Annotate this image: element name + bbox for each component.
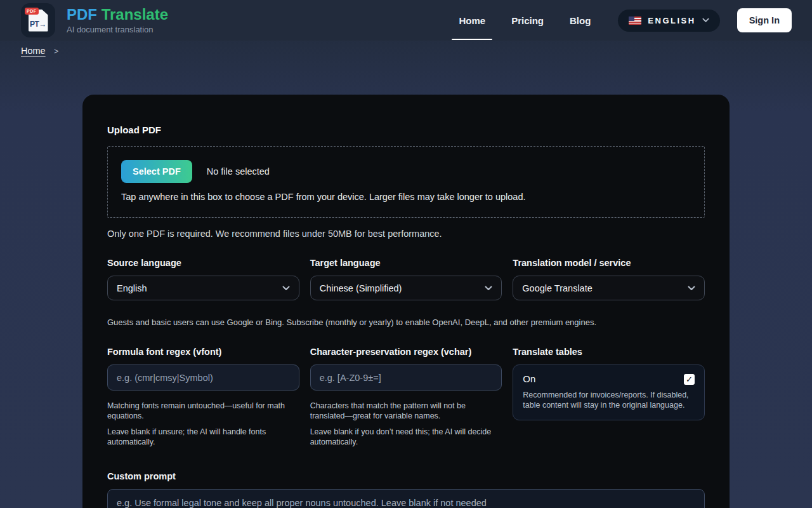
language-settings-row: Source language English Target language … [107, 258, 705, 300]
sign-in-button[interactable]: Sign In [737, 8, 792, 32]
custom-prompt-label: Custom prompt [107, 471, 705, 481]
source-language-value: English [117, 283, 147, 293]
translation-model-select[interactable]: Google Translate [513, 276, 705, 300]
nav-home[interactable]: Home [459, 0, 485, 41]
advanced-options-row: Formula font regex (vfont) Matching font… [107, 347, 705, 447]
translate-tables-card[interactable]: On Recommended for invoices/reports. If … [513, 364, 705, 420]
vchar-field: Character-preservation regex (vchar) Cha… [310, 347, 502, 447]
source-language-field: Source language English [107, 258, 299, 300]
breadcrumb-home-link[interactable]: Home [21, 46, 46, 56]
translation-model-field: Translation model / service Google Trans… [513, 258, 705, 300]
translate-tables-checkbox[interactable] [684, 374, 695, 385]
app-logo: PT→ PDF [21, 3, 55, 37]
top-bar: PT→ PDF PDF Translate AI document transl… [0, 0, 812, 41]
dropzone-hint: Tap anywhere in this box to choose a PDF… [121, 192, 691, 202]
app-title: PDF Translate [67, 6, 168, 23]
brand-text: PDF Translate AI document translation [67, 6, 168, 34]
target-language-label: Target language [310, 258, 502, 268]
chevron-down-icon [702, 18, 709, 23]
pdf-badge: PDF [25, 8, 39, 15]
language-switcher-button[interactable]: ENGLISH [618, 10, 719, 32]
upload-note: Only one PDF is required. We recommend f… [107, 229, 705, 239]
language-label: ENGLISH [648, 16, 695, 25]
target-language-select[interactable]: Chinese (Simplified) [310, 276, 502, 300]
header-nav-area: Home Pricing Blog ENGLISH Sign In [459, 0, 792, 41]
main-nav: Home Pricing Blog [459, 0, 591, 41]
upload-section: Upload PDF Select PDF No file selected T… [107, 124, 705, 239]
app-title-pdf: PDF [67, 6, 97, 23]
vfont-input[interactable] [107, 364, 299, 391]
vfont-help-2: Leave blank if unsure; the AI will handl… [107, 427, 299, 447]
select-pdf-button[interactable]: Select PDF [121, 160, 192, 183]
vfont-field: Formula font regex (vfont) Matching font… [107, 347, 299, 447]
selected-file-status: No file selected [207, 166, 270, 177]
engines-note: Guests and basic users can use Google or… [107, 318, 705, 327]
target-language-value: Chinese (Simplified) [320, 283, 402, 293]
vfont-label: Formula font regex (vfont) [107, 347, 299, 357]
breadcrumb-separator: > [54, 46, 59, 56]
translate-tables-state: On [523, 373, 695, 384]
chevron-down-icon [485, 286, 492, 291]
vchar-help-1: Characters that match the pattern will n… [310, 401, 502, 421]
translate-form-card: Upload PDF Select PDF No file selected T… [82, 95, 730, 508]
source-language-select[interactable]: English [107, 276, 299, 300]
dropzone-row: Select PDF No file selected [121, 160, 691, 183]
pdf-dropzone[interactable]: Select PDF No file selected Tap anywhere… [107, 146, 705, 218]
vfont-help-1: Matching fonts remain untouched—useful f… [107, 401, 299, 421]
nav-blog[interactable]: Blog [570, 0, 591, 41]
translate-tables-help: Recommended for invoices/reports. If dis… [523, 390, 695, 410]
app-subtitle: AI document translation [67, 25, 168, 34]
translate-tables-field: Translate tables On Recommended for invo… [513, 347, 705, 447]
us-flag-icon [629, 17, 641, 25]
translation-model-value: Google Translate [522, 283, 592, 293]
source-language-label: Source language [107, 258, 299, 268]
custom-prompt-section: Custom prompt [107, 471, 705, 508]
vchar-label: Character-preservation regex (vchar) [310, 347, 502, 357]
translate-tables-label: Translate tables [513, 347, 705, 357]
nav-pricing[interactable]: Pricing [511, 0, 544, 41]
logo-monogram: PT→ [30, 20, 46, 29]
brand: PT→ PDF PDF Translate AI document transl… [21, 3, 168, 37]
upload-section-label: Upload PDF [107, 124, 705, 135]
custom-prompt-textarea[interactable] [107, 489, 705, 508]
chevron-down-icon [688, 286, 695, 291]
vchar-input[interactable] [310, 364, 502, 391]
vchar-help-2: Leave blank if you don’t need this; the … [310, 427, 502, 447]
app-title-translate: Translate [102, 6, 168, 23]
target-language-field: Target language Chinese (Simplified) [310, 258, 502, 300]
chevron-down-icon [282, 286, 290, 291]
breadcrumb: Home > [0, 41, 812, 56]
translation-model-label: Translation model / service [513, 258, 705, 268]
